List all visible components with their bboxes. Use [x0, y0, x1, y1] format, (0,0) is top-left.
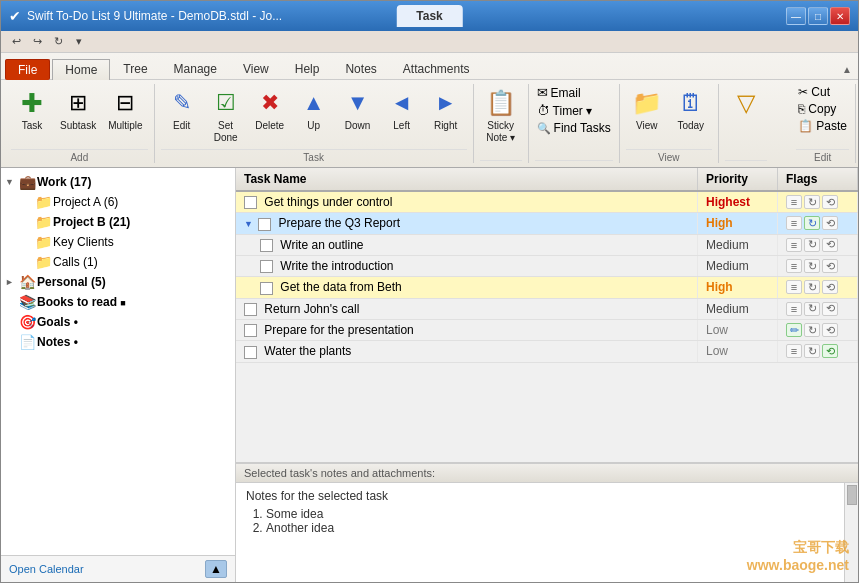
qa-dropdown[interactable]: ▾	[70, 33, 88, 51]
sidebar-item-project-b[interactable]: 📁 Project B (21)	[1, 212, 235, 232]
sidebar-item-key-clients[interactable]: 📁 Key Clients	[1, 232, 235, 252]
sync-flag[interactable]: ↻	[804, 238, 820, 252]
note-flag[interactable]: ≡	[786, 216, 802, 230]
sidebar-item-calls[interactable]: 📁 Calls (1)	[1, 252, 235, 272]
sidebar-item-work[interactable]: ▼ 💼 Work (17)	[1, 172, 235, 192]
personal-arrow: ►	[5, 277, 17, 287]
copy-button[interactable]: ⎘ Copy	[796, 101, 849, 117]
close-button[interactable]: ✕	[830, 7, 850, 25]
task-add-button[interactable]: ✚ Task	[11, 84, 53, 135]
refresh-button[interactable]: ↻	[49, 33, 67, 51]
table-row[interactable]: Get the data from Beth High ≡ ↻ ⟲	[236, 277, 858, 298]
note-flag[interactable]: ≡	[786, 195, 802, 209]
note-flag[interactable]: ≡	[786, 280, 802, 294]
set-done-button[interactable]: ☑ Set Done	[205, 84, 247, 147]
sync-flag[interactable]: ↻	[804, 259, 820, 273]
tab-tree[interactable]: Tree	[110, 58, 160, 79]
find-col: ✉ Email ⏱ Timer ▾ 🔍 Find Tasks	[535, 84, 613, 136]
cut-button[interactable]: ✂ Cut	[796, 84, 849, 100]
view-label: View	[636, 120, 658, 132]
sidebar-item-goals[interactable]: 🎯 Goals •	[1, 312, 235, 332]
move-up-button[interactable]: ▲ Up	[293, 84, 335, 135]
note-flag[interactable]: ≡	[786, 238, 802, 252]
repeat-flag[interactable]: ⟲	[822, 259, 838, 273]
notes-scrollbar[interactable]	[844, 483, 858, 582]
edit-button[interactable]: ✎ Edit	[161, 84, 203, 135]
repeat-flag[interactable]: ⟲	[822, 280, 838, 294]
redo-button[interactable]: ↪	[28, 33, 46, 51]
note-active-flag[interactable]: ✏	[786, 323, 802, 337]
view-button[interactable]: 📁 View	[626, 84, 668, 135]
tab-view[interactable]: View	[230, 58, 282, 79]
task-checkbox[interactable]	[258, 218, 271, 231]
repeat-flag[interactable]: ⟲	[822, 302, 838, 316]
ribbon-collapse-button[interactable]: ▲	[836, 60, 858, 79]
task-checkbox[interactable]	[260, 260, 273, 273]
tab-manage[interactable]: Manage	[161, 58, 230, 79]
move-left-button[interactable]: ◄ Left	[381, 84, 423, 135]
task-checkbox[interactable]	[244, 303, 257, 316]
tab-file[interactable]: File	[5, 59, 50, 80]
table-row[interactable]: Water the plants Low ≡ ↻ ⟲	[236, 341, 858, 362]
filter-button[interactable]: ▽	[725, 84, 767, 123]
task-checkbox[interactable]	[260, 239, 273, 252]
timer-button[interactable]: ⏱ Timer ▾	[535, 102, 613, 119]
tab-home[interactable]: Home	[52, 59, 110, 80]
sync-flag[interactable]: ↻	[804, 344, 820, 358]
sync-flag[interactable]: ↻	[804, 195, 820, 209]
multiple-add-button[interactable]: ⊟ Multiple	[103, 84, 147, 135]
task-checkbox[interactable]	[260, 282, 273, 295]
task-checkbox[interactable]	[244, 346, 257, 359]
task-checkbox[interactable]	[244, 196, 257, 209]
sidebar-item-books[interactable]: 📚 Books to read ■	[1, 292, 235, 312]
sync-active-flag[interactable]: ↻	[804, 216, 820, 230]
sync-flag[interactable]: ↻	[804, 280, 820, 294]
sync-flag[interactable]: ↻	[804, 323, 820, 337]
subtask-add-button[interactable]: ⊞ Subtask	[55, 84, 101, 135]
undo-button[interactable]: ↩	[7, 33, 25, 51]
repeat-active-flag[interactable]: ⟲	[822, 344, 838, 358]
view-icon: 📁	[631, 87, 663, 119]
email-button[interactable]: ✉ Email	[535, 84, 613, 101]
table-row[interactable]: Write an outline Medium ≡ ↻ ⟲	[236, 234, 858, 255]
table-row[interactable]: Get things under control Highest ≡ ↻ ⟲	[236, 191, 858, 213]
note-flag[interactable]: ≡	[786, 259, 802, 273]
delete-button[interactable]: ✖ Delete	[249, 84, 291, 135]
minimize-button[interactable]: —	[786, 7, 806, 25]
scrollbar-thumb[interactable]	[847, 485, 857, 505]
cut-label: Cut	[811, 85, 830, 99]
sidebar-item-project-a[interactable]: 📁 Project A (6)	[1, 192, 235, 212]
note-flag[interactable]: ≡	[786, 344, 802, 358]
sticky-note-button[interactable]: 📋 Sticky Note ▾	[480, 84, 522, 147]
sidebar-item-notes[interactable]: 📄 Notes •	[1, 332, 235, 352]
open-calendar-link[interactable]: Open Calendar	[9, 563, 84, 575]
table-row[interactable]: Write the introduction Medium ≡ ↻ ⟲	[236, 255, 858, 276]
repeat-flag[interactable]: ⟲	[822, 323, 838, 337]
repeat-flag[interactable]: ⟲	[822, 216, 838, 230]
move-right-button[interactable]: ► Right	[425, 84, 467, 135]
table-row[interactable]: ▼ Prepare the Q3 Report High ≡ ↻ ⟲	[236, 213, 858, 234]
tab-notes[interactable]: Notes	[332, 58, 389, 79]
expand-arrow[interactable]: ▼	[244, 219, 253, 229]
repeat-flag[interactable]: ⟲	[822, 238, 838, 252]
repeat-flag[interactable]: ⟲	[822, 195, 838, 209]
main-content: ▼ 💼 Work (17) 📁 Project A (6) 📁 Project …	[1, 168, 858, 582]
today-button[interactable]: 🗓 Today	[670, 84, 712, 135]
move-down-button[interactable]: ▼ Down	[337, 84, 379, 135]
sidebar-item-personal[interactable]: ► 🏠 Personal (5)	[1, 272, 235, 292]
task-table-container: Task Name Priority Flags Get things unde…	[236, 168, 858, 462]
table-row[interactable]: Return John's call Medium ≡ ↻ ⟲	[236, 298, 858, 319]
personal-icon: 🏠	[17, 274, 37, 290]
sync-flag[interactable]: ↻	[804, 302, 820, 316]
find-tasks-button[interactable]: 🔍 Find Tasks	[535, 120, 613, 136]
calendar-arrow-icon[interactable]: ▲	[205, 560, 227, 578]
tab-attachments[interactable]: Attachments	[390, 58, 483, 79]
task-checkbox[interactable]	[244, 324, 257, 337]
task-name-cell: Get things under control	[236, 191, 698, 213]
maximize-button[interactable]: □	[808, 7, 828, 25]
window-controls: — □ ✕	[786, 7, 850, 25]
paste-button[interactable]: 📋 Paste	[796, 118, 849, 134]
tab-help[interactable]: Help	[282, 58, 333, 79]
note-flag[interactable]: ≡	[786, 302, 802, 316]
table-row[interactable]: Prepare for the presentation Low ✏ ↻ ⟲	[236, 319, 858, 340]
